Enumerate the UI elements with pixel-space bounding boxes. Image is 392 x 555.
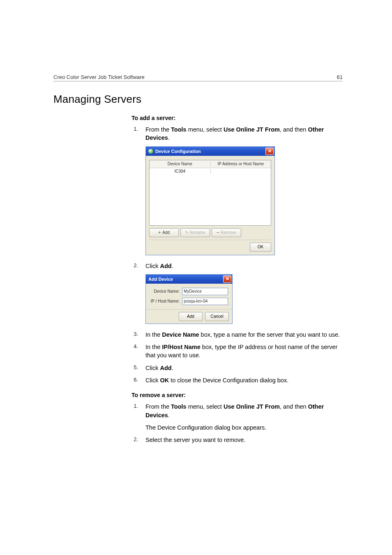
followup-text: The Device Configuration dialog box appe… <box>145 423 343 432</box>
titlebar: Device Configuration ✕ <box>146 147 274 156</box>
titlebar: Add Device ✕ <box>146 275 232 284</box>
add-button[interactable]: + Add <box>149 228 179 237</box>
page-number: 61 <box>337 74 343 80</box>
remove-button[interactable]: − Remove <box>212 228 241 237</box>
app-icon <box>148 149 153 154</box>
steps-remove-server-cont: 2. Select the server you want to remove. <box>131 436 343 444</box>
step-text: Click OK to close the Device Configurati… <box>145 376 343 384</box>
rename-button[interactable]: ✎ Rename <box>180 228 210 237</box>
subhead-remove-server: To remove a server: <box>131 392 343 398</box>
header-title: Creo Color Server Job Ticket Software <box>53 74 145 80</box>
table-header: Device Name IP Address or Host Name <box>150 160 271 168</box>
dialog-title: Device Configuration <box>155 149 201 154</box>
step-number: 2. <box>131 262 138 270</box>
step-number: 3. <box>131 331 138 339</box>
dialog-title: Add Device <box>148 277 173 282</box>
list-item: 5. Click Add. <box>131 364 343 372</box>
step-text: Select the server you want to remove. <box>145 436 343 444</box>
table-row[interactable]: IC304 <box>150 168 271 175</box>
device-name-field[interactable]: MyDevice <box>182 288 228 295</box>
pencil-icon: ✎ <box>185 230 188 235</box>
list-item: 1. From the Tools menu, select Use Onlin… <box>131 125 343 142</box>
page-header: Creo Color Server Job Ticket Software 61 <box>53 74 343 81</box>
plus-icon: + <box>158 230 161 235</box>
list-item: 2. Select the server you want to remove. <box>131 436 343 444</box>
col-device-name: Device Name <box>150 162 211 166</box>
step-text: Click Add. <box>145 262 343 270</box>
step-text: From the Tools menu, select Use Online J… <box>145 402 343 419</box>
device-configuration-dialog: Device Configuration ✕ Device Name IP Ad… <box>145 146 275 255</box>
add-button[interactable]: Add <box>179 312 203 321</box>
minus-icon: − <box>217 230 219 235</box>
step-text: In the Device Name box, type a name for … <box>145 331 343 339</box>
steps-add-server: 1. From the Tools menu, select Use Onlin… <box>131 125 343 142</box>
list-item: 6. Click OK to close the Device Configur… <box>131 376 343 384</box>
device-table: Device Name IP Address or Host Name IC30… <box>149 160 271 226</box>
col-ip-host: IP Address or Host Name <box>211 162 271 166</box>
cell-device-name: IC304 <box>150 169 211 173</box>
step-number: 2. <box>131 436 138 444</box>
step-text: In the IP/Host Name box, type the IP add… <box>145 343 343 360</box>
step-text: Click Add. <box>145 364 343 372</box>
step-number: 1. <box>131 402 138 419</box>
ip-host-label: IP / Host Name: <box>150 299 180 303</box>
device-name-label: Device Name: <box>150 289 180 294</box>
close-icon[interactable]: ✕ <box>265 148 274 155</box>
ip-host-field[interactable]: posqa-km-04 <box>182 298 228 305</box>
step-number: 1. <box>131 125 138 142</box>
cancel-button[interactable]: Cancel <box>205 312 229 321</box>
steps-add-server-rest: 3. In the Device Name box, type a name f… <box>131 331 343 384</box>
list-item: 4. In the IP/Host Name box, type the IP … <box>131 343 343 360</box>
list-item: 1. From the Tools menu, select Use Onlin… <box>131 402 343 419</box>
steps-add-server-cont: 2. Click Add. <box>131 262 343 270</box>
step-number: 5. <box>131 364 138 372</box>
ok-button[interactable]: OK <box>250 243 271 252</box>
list-item: 3. In the Device Name box, type a name f… <box>131 331 343 339</box>
step-number: 4. <box>131 343 138 360</box>
step-number: 6. <box>131 376 138 384</box>
step-text: From the Tools menu, select Use Online J… <box>145 125 343 142</box>
close-icon[interactable]: ✕ <box>223 275 231 283</box>
add-device-dialog: Add Device ✕ Device Name: MyDevice IP / … <box>145 274 233 324</box>
subhead-add-server: To add a server: <box>131 115 343 121</box>
page-title: Managing Servers <box>53 93 343 106</box>
list-item: 2. Click Add. <box>131 262 343 270</box>
steps-remove-server: 1. From the Tools menu, select Use Onlin… <box>131 402 343 419</box>
